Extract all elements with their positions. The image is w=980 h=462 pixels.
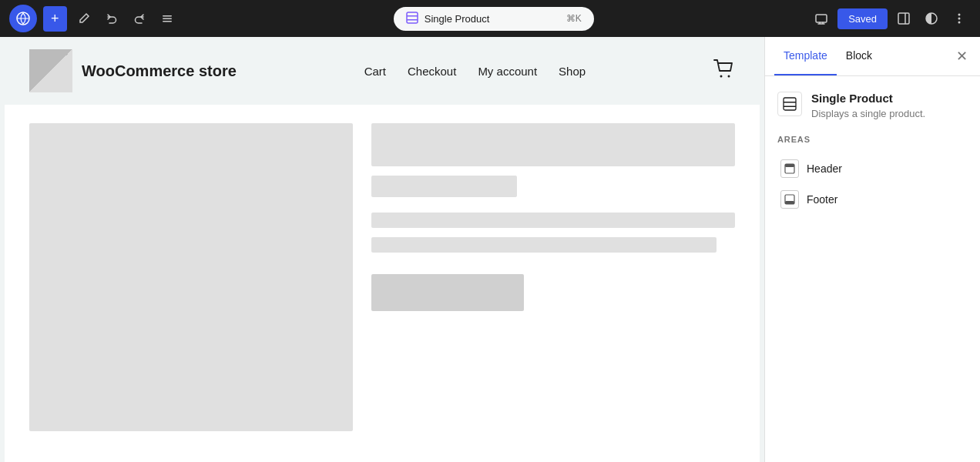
svg-rect-16 [784, 102, 796, 103]
template-info: Single Product Displays a single product… [777, 92, 968, 119]
svg-rect-2 [163, 18, 172, 20]
devices-button[interactable] [810, 7, 833, 30]
main-content: WooCommerce store Cart Checkout My accou… [0, 37, 980, 462]
footer-area-label: Footer [807, 193, 837, 206]
nav-checkout[interactable]: Checkout [408, 65, 456, 78]
template-icon [406, 12, 418, 26]
template-icon-box [777, 92, 802, 116]
toolbar-center: Single Product ⌘K [184, 7, 804, 31]
svg-rect-8 [898, 13, 909, 24]
svg-rect-15 [784, 98, 796, 110]
tab-template[interactable]: Template [774, 37, 837, 75]
toolbar: + Single Product ⌘K Saved [0, 0, 980, 37]
svg-point-13 [720, 75, 722, 78]
svg-rect-17 [784, 106, 796, 108]
cart-icon[interactable] [713, 58, 735, 84]
footer-area-icon [780, 190, 799, 209]
svg-point-10 [958, 14, 961, 16]
svg-point-14 [727, 75, 730, 78]
nav-my-account[interactable]: My account [478, 65, 537, 78]
svg-point-12 [958, 22, 961, 24]
template-selector[interactable]: Single Product ⌘K [394, 7, 594, 31]
svg-point-11 [958, 18, 961, 20]
wp-logo-icon[interactable] [9, 5, 37, 32]
toolbar-right: Saved [810, 7, 971, 30]
product-desc-line-2 [371, 237, 717, 253]
store-name: WooCommerce store [82, 62, 237, 80]
style-toggle-button[interactable] [920, 7, 943, 30]
area-item-footer[interactable]: Footer [777, 184, 968, 215]
product-title-placeholder [371, 123, 735, 166]
header-area-icon [780, 159, 799, 178]
editor-canvas: WooCommerce store Cart Checkout My accou… [0, 37, 764, 462]
panel-toggle-button[interactable] [892, 7, 915, 30]
svg-rect-5 [407, 15, 418, 17]
nav-shop[interactable]: Shop [559, 65, 586, 78]
store-navigation: Cart Checkout My account Shop [364, 65, 586, 78]
svg-rect-7 [816, 15, 827, 22]
store-logo [29, 49, 72, 92]
product-price-placeholder [371, 176, 517, 197]
header-area-label: Header [807, 162, 842, 175]
store-preview: WooCommerce store Cart Checkout My accou… [5, 37, 760, 462]
more-options-button[interactable] [948, 7, 971, 30]
svg-rect-1 [163, 15, 172, 17]
add-block-button[interactable]: + [43, 6, 67, 32]
panel-content: Single Product Displays a single product… [765, 76, 980, 462]
template-title: Single Product [811, 92, 925, 105]
product-area [5, 105, 760, 450]
save-button[interactable]: Saved [837, 8, 888, 29]
tab-block[interactable]: Block [837, 37, 881, 75]
list-view-button[interactable] [156, 8, 178, 29]
svg-rect-21 [785, 201, 794, 204]
product-details [371, 123, 735, 431]
edit-mode-button[interactable] [73, 8, 95, 29]
product-desc-line-1 [371, 213, 735, 228]
area-item-header[interactable]: Header [777, 153, 968, 184]
right-panel: Template Block ✕ Single Product Displays… [764, 37, 980, 462]
nav-cart[interactable]: Cart [364, 65, 386, 78]
svg-rect-6 [407, 19, 418, 21]
svg-rect-19 [785, 164, 794, 167]
undo-button[interactable] [101, 8, 123, 29]
svg-rect-4 [407, 12, 418, 23]
shortcut-label: ⌘K [566, 13, 582, 24]
product-image-placeholder [29, 123, 353, 431]
product-add-to-cart-placeholder [371, 274, 524, 311]
store-header: WooCommerce store Cart Checkout My accou… [5, 37, 760, 105]
template-name: Single Product [425, 13, 490, 25]
template-description: Displays a single product. [811, 108, 925, 119]
redo-button[interactable] [129, 8, 150, 29]
panel-close-button[interactable]: ✕ [953, 45, 971, 68]
template-text-area: Single Product Displays a single product… [811, 92, 925, 119]
svg-rect-3 [163, 21, 172, 22]
areas-label: AREAS [777, 135, 968, 144]
store-logo-area: WooCommerce store [29, 49, 237, 92]
panel-tabs: Template Block ✕ [765, 37, 980, 76]
